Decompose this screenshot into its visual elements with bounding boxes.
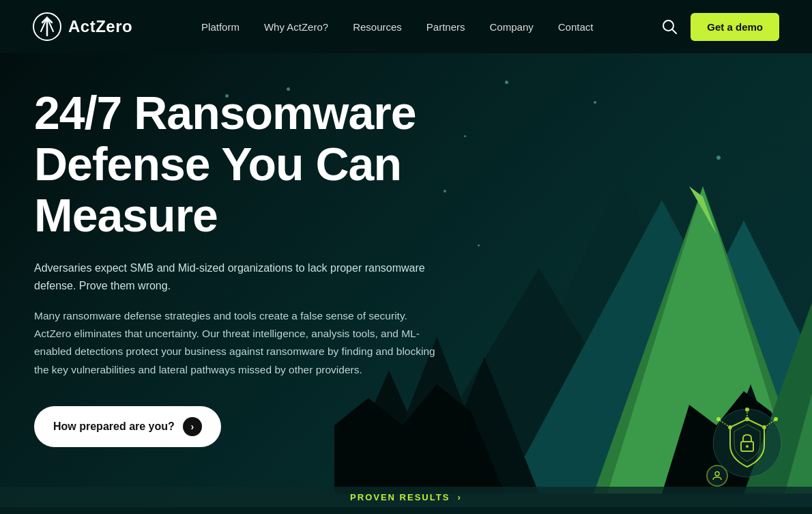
navigation: ActZero Platform Why ActZero? Resources … xyxy=(0,0,812,53)
hero-title: 24/7 Ransomware Defense You Can Measure xyxy=(34,87,444,240)
shield-badge xyxy=(706,465,728,487)
proven-results-bar: PROVEN RESULTS › xyxy=(0,487,812,507)
cta-button[interactable]: How prepared are you? › xyxy=(34,406,221,447)
cta-button-label: How prepared are you? xyxy=(53,420,175,433)
hero-section: 24/7 Ransomware Defense You Can Measure … xyxy=(0,53,812,507)
svg-line-2 xyxy=(672,29,676,33)
nav-item-company[interactable]: Company xyxy=(490,21,534,33)
shield-widget xyxy=(710,405,785,483)
svg-point-29 xyxy=(716,417,721,421)
svg-point-32 xyxy=(715,472,719,476)
hero-subtitle: Adversaries expect SMB and Mid-sized org… xyxy=(34,259,444,294)
nav-links: Platform Why ActZero? Resources Partners… xyxy=(201,21,593,33)
svg-point-28 xyxy=(774,417,778,421)
nav-item-partners[interactable]: Partners xyxy=(426,21,465,33)
nav-item-platform[interactable]: Platform xyxy=(201,21,240,33)
search-icon xyxy=(662,19,677,34)
cta-arrow-icon: › xyxy=(183,417,202,436)
logo-text: ActZero xyxy=(68,17,132,36)
svg-point-31 xyxy=(746,445,749,448)
actzero-logo-icon xyxy=(33,12,61,41)
hero-body-text: Many ransomware defense strategies and t… xyxy=(34,307,444,379)
nav-item-why-actzero[interactable]: Why ActZero? xyxy=(264,21,328,33)
svg-point-27 xyxy=(745,408,749,412)
hero-content: 24/7 Ransomware Defense You Can Measure … xyxy=(0,53,478,447)
logo[interactable]: ActZero xyxy=(33,12,132,41)
get-demo-button[interactable]: Get a demo xyxy=(691,13,779,41)
search-button[interactable] xyxy=(662,19,677,34)
nav-item-resources[interactable]: Resources xyxy=(353,21,402,33)
proven-results-text: PROVEN RESULTS › xyxy=(350,492,462,502)
person-icon xyxy=(712,470,723,481)
nav-item-contact[interactable]: Contact xyxy=(558,21,594,33)
nav-right: Get a demo xyxy=(662,13,779,41)
